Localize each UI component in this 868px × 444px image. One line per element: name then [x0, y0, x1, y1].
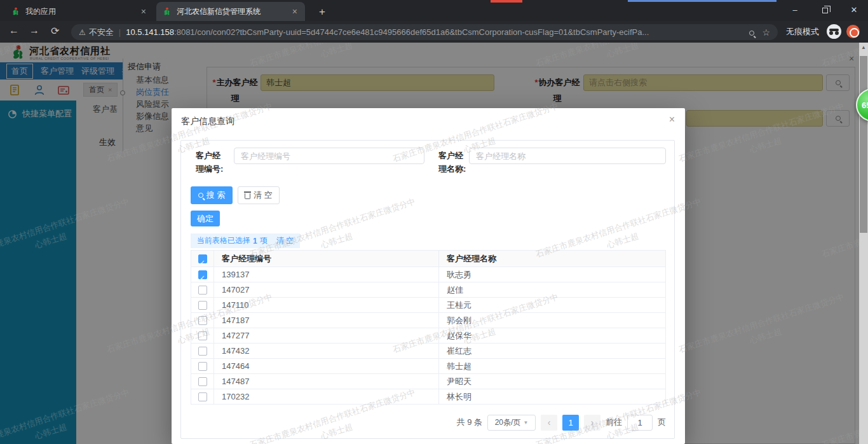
page-size-select[interactable]: 20条/页▼ [487, 415, 536, 431]
url-separator: | [119, 27, 121, 37]
refresh-icon[interactable]: ⟳ [51, 25, 59, 37]
trash-icon [245, 193, 250, 199]
manager-code-label: 客户经理编号: [196, 149, 226, 176]
row-checkbox[interactable] [198, 347, 207, 356]
zoom-out-icon[interactable] [749, 27, 754, 38]
magnifier-icon [749, 31, 754, 36]
cell-manager-code: 139137 [214, 267, 439, 282]
cell-manager-code: 147464 [214, 359, 439, 373]
tab-title: 河北农信新信贷管理系统 [177, 6, 291, 17]
table-row[interactable]: 147487尹昭天 [191, 374, 665, 389]
table-row[interactable]: 147277赵保华 [191, 328, 665, 343]
row-checkbox[interactable] [198, 286, 207, 295]
chevron-down-icon: ▼ [523, 420, 528, 426]
current-page[interactable]: 1 [562, 415, 579, 431]
tab-close-icon[interactable]: × [291, 6, 299, 17]
dialog-title: 客户信息查询 [181, 116, 234, 127]
screen: 我的应用 × 河北农信新信贷管理系统 × + – ✕ ← → ⟳ ⚠ 不安全 |… [0, 0, 868, 444]
row-checkbox[interactable] [198, 377, 207, 386]
window-minimize-button[interactable]: – [784, 0, 806, 20]
clear-button[interactable]: 清 空 [238, 186, 280, 204]
col-header-name: 客户经理名称 [439, 251, 665, 267]
pagination: 共 9 条 20条/页▼ ‹ 1 › 前往 页 [191, 414, 666, 431]
browser-avatar-icon[interactable] [846, 25, 860, 38]
row-checkbox[interactable] [198, 331, 207, 340]
selection-info-bar: 当前表格已选择 1 项 清 空 [191, 233, 300, 248]
manager-table: 客户经理编号 客户经理名称 139137耿志勇147027赵佳147110王桂元… [191, 250, 666, 405]
window-restore-button[interactable] [814, 0, 836, 20]
table-row[interactable]: 147027赵佳 [191, 282, 665, 298]
confirm-button[interactable]: 确定 [191, 211, 220, 226]
cell-manager-name: 王桂元 [439, 298, 665, 312]
manager-name-input[interactable] [469, 148, 666, 164]
forward-icon[interactable]: → [29, 25, 39, 36]
goto-label: 前往 [606, 417, 622, 428]
tab-close-icon[interactable]: × [140, 6, 147, 17]
cell-manager-name: 赵佳 [439, 282, 665, 297]
search-icon [198, 193, 203, 198]
row-checkbox[interactable] [198, 316, 207, 325]
row-checkbox[interactable] [198, 270, 207, 279]
incognito-icon[interactable] [827, 24, 841, 39]
red-strip [491, 0, 522, 3]
new-tab-button[interactable]: + [315, 5, 329, 19]
cell-manager-name: 韩士超 [439, 359, 665, 373]
url-host: 10.5.141.158 [126, 27, 174, 37]
goto-page-input[interactable] [627, 415, 653, 431]
cell-manager-name: 崔红志 [439, 343, 665, 358]
window-close-button[interactable]: ✕ [843, 0, 865, 20]
selection-suffix: 项 [260, 235, 268, 246]
cell-manager-code: 147277 [214, 328, 439, 343]
goto-unit: 页 [658, 417, 666, 428]
site-favicon [163, 7, 172, 16]
cell-manager-name: 耿志勇 [439, 267, 665, 282]
prev-page-button[interactable]: ‹ [541, 415, 557, 431]
cell-manager-code: 147187 [214, 313, 439, 328]
bookmark-star-icon[interactable]: ☆ [762, 27, 770, 38]
selection-clear-link[interactable]: 清 空 [276, 235, 294, 246]
cell-manager-name: 郭会刚 [439, 313, 665, 328]
cell-manager-name: 林长明 [439, 389, 665, 404]
selection-prefix: 当前表格已选择 [197, 235, 250, 246]
next-page-button[interactable]: › [584, 415, 600, 431]
warning-icon: ⚠ [79, 28, 86, 37]
cell-manager-code: 147027 [214, 282, 439, 297]
security-label: 不安全 [89, 27, 114, 38]
tab-title: 我的应用 [25, 6, 140, 17]
table-row[interactable]: 147187郭会刚 [191, 313, 665, 328]
row-checkbox[interactable] [198, 362, 207, 371]
select-all-checkbox[interactable] [198, 254, 207, 263]
browser-tab-my-apps[interactable]: 我的应用 × [5, 2, 154, 21]
cell-manager-code: 147110 [214, 298, 439, 312]
table-header-row: 客户经理编号 客户经理名称 [191, 251, 665, 267]
cell-manager-name: 尹昭天 [439, 374, 665, 389]
row-checkbox[interactable] [198, 392, 207, 401]
selection-count: 1 [253, 237, 257, 246]
address-bar[interactable]: ⚠ 不安全 | 10.5.141.158 :8081/con/con02?tbC… [71, 24, 778, 40]
scrollbar-thumb[interactable] [860, 56, 867, 233]
search-button[interactable]: 搜 索 [191, 186, 233, 204]
blue-strip [628, 0, 776, 2]
table-row[interactable]: 147432崔红志 [191, 343, 665, 359]
cell-manager-code: 147432 [214, 343, 439, 358]
table-row[interactable]: 147110王桂元 [191, 298, 665, 313]
manager-code-input[interactable] [234, 148, 424, 164]
cell-manager-code: 170232 [214, 389, 439, 404]
total-count: 共 9 条 [457, 417, 482, 428]
incognito-label: 无痕模式 [786, 26, 819, 38]
browser-tab-credit-system[interactable]: 河北农信新信贷管理系统 × [156, 2, 305, 21]
table-row[interactable]: 139137耿志勇 [191, 267, 665, 282]
table-row[interactable]: 170232林长明 [191, 389, 665, 405]
col-header-code: 客户经理编号 [214, 251, 439, 267]
customer-query-dialog: 客户信息查询 × 客户经理编号: 客户经理名称: 搜 索 清 空 确定 当前表格… [172, 108, 685, 444]
manager-name-label: 客户经理名称: [438, 149, 469, 176]
url-path: :8081/con/con02?tbCsmParty-uuid=5d4744c7… [174, 27, 742, 37]
restore-icon [822, 8, 828, 13]
cell-manager-name: 赵保华 [439, 328, 665, 343]
scroll-up-icon[interactable]: ▲ [859, 45, 868, 50]
table-row[interactable]: 147464韩士超 [191, 359, 665, 374]
dialog-close-icon[interactable]: × [669, 114, 675, 125]
back-icon[interactable]: ← [9, 25, 19, 36]
row-checkbox[interactable] [198, 301, 207, 310]
cell-manager-code: 147487 [214, 374, 439, 389]
